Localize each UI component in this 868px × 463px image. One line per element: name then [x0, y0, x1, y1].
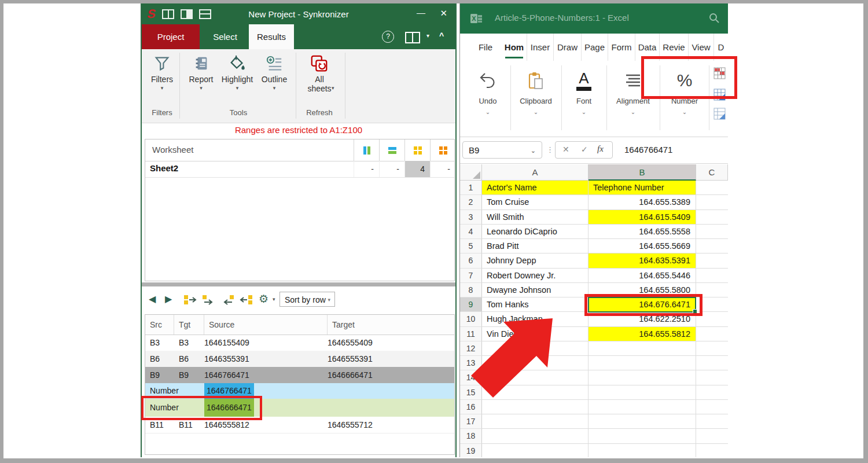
- cell-c9[interactable]: [696, 297, 728, 312]
- tab-project[interactable]: Project: [142, 24, 200, 49]
- cell-b8[interactable]: 164.655.5800: [589, 283, 696, 297]
- cell-b4[interactable]: 164.655.5558: [589, 225, 696, 239]
- all-sheets-button[interactable]: All sheets ▾: [301, 53, 337, 93]
- cell-a18[interactable]: [482, 429, 589, 443]
- font-group[interactable]: A Font ⌄: [564, 65, 604, 115]
- cell-b14[interactable]: [589, 370, 696, 385]
- cell-c16[interactable]: [696, 400, 728, 414]
- row-header[interactable]: 4: [460, 225, 482, 239]
- formula-bar-value[interactable]: 1646766471: [624, 141, 672, 159]
- cell-a3[interactable]: Will Smith: [482, 210, 589, 225]
- row-header[interactable]: 5: [460, 239, 482, 253]
- cell-a2[interactable]: Tom Cruise: [482, 195, 589, 210]
- cell-c7[interactable]: [696, 269, 728, 283]
- caret-down-icon[interactable]: ▾: [426, 32, 429, 39]
- cell-a5[interactable]: Brad Pitt: [482, 239, 589, 253]
- cell-b7[interactable]: 164.655.5446: [589, 269, 696, 283]
- cell-b12[interactable]: [589, 341, 696, 356]
- cell-a1[interactable]: Actor's Name: [482, 181, 589, 195]
- row-header[interactable]: 6: [460, 253, 482, 268]
- cell-c14[interactable]: [696, 370, 728, 385]
- cell-b19[interactable]: [589, 444, 696, 458]
- cell-a12[interactable]: [482, 341, 589, 356]
- clipboard-group[interactable]: Clipboard ⌄: [513, 65, 559, 115]
- row-header-selected[interactable]: 9: [460, 297, 482, 312]
- tab-home[interactable]: Hom: [502, 34, 527, 61]
- tab-select[interactable]: Select: [200, 24, 251, 49]
- cell-b18[interactable]: [589, 429, 696, 443]
- tab-formulas[interactable]: Form: [608, 34, 635, 61]
- cell-a6[interactable]: Johnny Depp: [482, 253, 589, 268]
- format-as-table-icon[interactable]: [713, 89, 726, 101]
- tab-data[interactable]: Data: [635, 34, 660, 61]
- diff-columns-icon[interactable]: [354, 139, 380, 161]
- row-header[interactable]: 12: [460, 341, 482, 356]
- tab-developer[interactable]: D: [714, 34, 728, 61]
- copy-all-right-icon[interactable]: [183, 295, 197, 307]
- cell-c12[interactable]: [696, 341, 728, 356]
- highlight-button[interactable]: Highlight ▾: [219, 53, 256, 91]
- tab-draw[interactable]: Draw: [554, 34, 582, 61]
- cell-a4[interactable]: Leonardo DiCaprio: [482, 225, 589, 239]
- collapse-ribbon-icon[interactable]: ^: [439, 31, 444, 41]
- next-diff-button[interactable]: ▶: [165, 293, 172, 304]
- cell-b2[interactable]: 164.655.5389: [589, 195, 696, 210]
- search-icon[interactable]: [708, 12, 720, 26]
- row-header[interactable]: 16: [460, 400, 482, 414]
- cell-b6[interactable]: 164.635.5391: [589, 253, 696, 268]
- minimize-button[interactable]: —: [417, 8, 425, 17]
- tab-results[interactable]: Results: [249, 24, 294, 49]
- confirm-entry-icon[interactable]: ✓: [581, 145, 588, 154]
- cell-a9[interactable]: Tom Hanks: [482, 297, 589, 312]
- diff-row-b9-selected[interactable]: B9 B9 1646766471 1646666471: [145, 367, 454, 384]
- close-button[interactable]: ✕: [440, 8, 447, 19]
- cell-c10[interactable]: [696, 312, 728, 326]
- tab-insert[interactable]: Inser: [527, 34, 554, 61]
- cell-c3[interactable]: [696, 210, 728, 225]
- row-header[interactable]: 15: [460, 385, 482, 400]
- caret-down-icon[interactable]: ▾: [273, 296, 275, 302]
- diff-cells-icon[interactable]: [404, 139, 431, 161]
- tab-file[interactable]: File: [469, 34, 502, 61]
- cell-a7[interactable]: Robert Downey Jr.: [482, 269, 589, 283]
- column-header-b-selected[interactable]: B: [589, 164, 696, 181]
- col-header-source[interactable]: Source: [204, 315, 328, 335]
- row-header[interactable]: 8: [460, 283, 482, 297]
- cell-b1[interactable]: Telephone Number: [589, 181, 696, 195]
- report-button[interactable]: Report ▾: [185, 53, 217, 91]
- diff-formats-icon[interactable]: [430, 139, 456, 161]
- cell-c6[interactable]: [696, 253, 728, 268]
- diff-detail-target-row[interactable]: Number 1646666471: [145, 399, 454, 417]
- split-vertical-icon[interactable]: [162, 9, 174, 19]
- cell-c18[interactable]: [696, 429, 728, 443]
- cell-b17[interactable]: [589, 414, 696, 429]
- row-header[interactable]: 10: [460, 312, 482, 326]
- cell-a10[interactable]: Hugh Jackman: [482, 312, 589, 326]
- number-group[interactable]: % Number ⌄: [663, 65, 707, 115]
- cell-c4[interactable]: [696, 225, 728, 239]
- row-header[interactable]: 14: [460, 370, 482, 385]
- previous-diff-button[interactable]: ◀: [149, 293, 156, 304]
- cell-c19[interactable]: [696, 444, 728, 458]
- gear-icon[interactable]: ⚙: [259, 292, 269, 306]
- row-header[interactable]: 19: [460, 444, 482, 458]
- cancel-entry-icon[interactable]: ✕: [562, 145, 569, 154]
- col-header-target[interactable]: Target: [328, 315, 455, 335]
- copy-all-left-icon[interactable]: [239, 295, 253, 307]
- row-header[interactable]: 7: [460, 269, 482, 283]
- row-header[interactable]: 1: [460, 181, 482, 195]
- help-icon[interactable]: ?: [382, 31, 394, 43]
- cell-b5[interactable]: 164.655.5669: [589, 239, 696, 253]
- col-header-tgt[interactable]: Tgt: [174, 315, 204, 335]
- worksheet-row-sheet2[interactable]: Sheet2 - - 4 -: [145, 161, 454, 178]
- cell-c2[interactable]: [696, 195, 728, 210]
- diff-rows-icon[interactable]: [379, 139, 405, 161]
- cell-c8[interactable]: [696, 283, 728, 297]
- cell-c13[interactable]: [696, 356, 728, 370]
- copy-one-right-icon[interactable]: [202, 295, 216, 307]
- cell-styles-icon[interactable]: [713, 108, 726, 120]
- select-all-corner[interactable]: [460, 164, 482, 181]
- diff-row-b3[interactable]: B3 B3 1646155409 1646555409: [145, 335, 454, 351]
- outline-button[interactable]: Outline ▾: [258, 53, 291, 91]
- cell-b15[interactable]: [589, 385, 696, 400]
